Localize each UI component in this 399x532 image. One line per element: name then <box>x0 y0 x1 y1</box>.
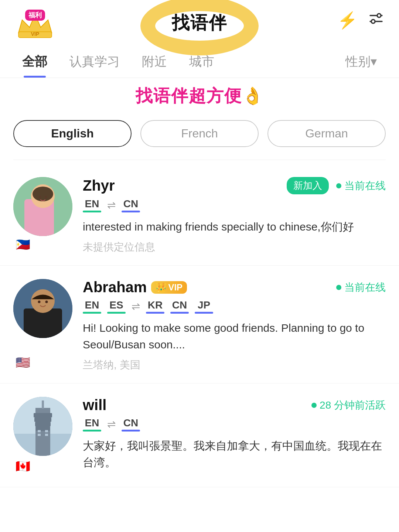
svg-point-17 <box>31 289 55 313</box>
lang-row-will: EN ⇌ CN <box>83 417 386 432</box>
lang-en-abraham: EN <box>83 299 101 314</box>
user-card-will[interactable]: 🇨🇦 will 28 分钟前活跃 EN ⇌ CN 大家好，我叫張景聖。我来自加拿… <box>0 383 399 487</box>
section-divider <box>13 160 386 160</box>
online-dot-zhyr <box>336 183 341 188</box>
user-info-abraham: Abraham 👑 VIP 当前在线 EN ES ⇌ KR <box>83 279 386 372</box>
svg-rect-29 <box>45 430 48 432</box>
avatar-will <box>13 397 72 456</box>
online-label-zhyr: 当前在线 <box>344 179 386 193</box>
svg-point-8 <box>371 20 375 23</box>
user-info-will: will 28 分钟前活跃 EN ⇌ CN 大家好，我叫張景聖。我来自加拿大，有… <box>83 397 386 476</box>
username-will: will <box>83 397 106 413</box>
location-zhyr: 未提供定位信息 <box>83 240 386 254</box>
user-card-abraham[interactable]: 🇺🇸 Abraham 👑 VIP 当前在线 EN ES <box>0 266 399 383</box>
svg-point-18 <box>38 301 41 303</box>
svg-point-14 <box>45 196 47 198</box>
online-status-abraham: 当前在线 <box>336 280 386 294</box>
page-title: 找语伴 <box>172 11 227 35</box>
lang-kr-abraham: KR <box>146 299 164 314</box>
avatar-abraham <box>13 279 72 338</box>
tab-gender[interactable]: 性别▾ <box>334 46 388 78</box>
promo-banner: 找语伴超方便👌 <box>0 78 399 111</box>
tab-city[interactable]: 城市 <box>178 46 225 78</box>
lang-jp-abraham: JP <box>195 299 213 314</box>
arrow-icon-zhyr: ⇌ <box>107 199 116 211</box>
svg-rect-30 <box>38 434 41 436</box>
name-row-abraham: Abraham 👑 VIP 当前在线 <box>83 279 386 296</box>
avatar-wrap-will: 🇨🇦 <box>13 397 72 476</box>
lang-filter-german[interactable]: German <box>267 120 386 147</box>
arrow-icon-will: ⇌ <box>107 418 116 430</box>
online-label-will: 28 分钟前活跃 <box>320 398 386 412</box>
online-label-abraham: 当前在线 <box>344 280 386 294</box>
tab-all[interactable]: 全部 <box>11 46 58 78</box>
bio-abraham: Hi! Looking to make some good friends. P… <box>83 320 386 353</box>
lang-cn-zhyr: CN <box>122 198 140 212</box>
arrow-icon-abraham: ⇌ <box>132 300 140 313</box>
lang-row-zhyr: EN ⇌ CN <box>83 198 386 212</box>
lang-row-abraham: EN ES ⇌ KR CN JP <box>83 299 386 314</box>
lang-filter-french[interactable]: French <box>140 120 259 147</box>
svg-text:福利: 福利 <box>28 11 42 19</box>
header-icons: ⚡ <box>337 10 384 30</box>
svg-rect-28 <box>38 430 41 432</box>
username-zhyr: Zhyr <box>83 177 115 194</box>
username-abraham: Abraham <box>83 279 147 296</box>
svg-rect-23 <box>34 413 52 417</box>
svg-point-6 <box>377 14 381 17</box>
lang-cn-abraham: CN <box>170 299 189 314</box>
name-row-will: will 28 分钟前活跃 <box>83 397 386 413</box>
bio-zhyr: interested in making friends specially t… <box>83 218 386 235</box>
avatar-zhyr <box>13 177 72 236</box>
vip-tag-abraham: 👑 VIP <box>151 281 187 294</box>
svg-point-19 <box>45 301 48 303</box>
svg-point-12 <box>33 187 53 201</box>
lang-filter-english[interactable]: English <box>13 120 132 147</box>
svg-rect-25 <box>35 422 51 426</box>
online-status-zhyr: 当前在线 <box>336 179 386 193</box>
online-dot-will <box>311 403 317 408</box>
svg-rect-31 <box>45 434 48 436</box>
svg-point-13 <box>39 196 41 198</box>
user-card-zhyr[interactable]: 🇵🇭 Zhyr 新加入 当前在线 EN ⇌ CN interest <box>0 164 399 266</box>
language-filters: English French German <box>0 111 399 156</box>
svg-rect-24 <box>34 417 51 422</box>
flag-zhyr: 🇵🇭 <box>15 236 31 253</box>
filter-icon[interactable] <box>368 10 384 30</box>
lang-en-will: EN <box>83 417 101 432</box>
flag-abraham: 🇺🇸 <box>15 354 31 371</box>
bio-will: 大家好，我叫張景聖。我来自加拿大，有中国血统。我现在在台湾。 <box>83 437 386 471</box>
lang-es-abraham: ES <box>107 299 126 314</box>
avatar-wrap-abraham: 🇺🇸 <box>13 279 72 372</box>
vip-badge[interactable]: 福利 VIP <box>15 9 55 38</box>
user-info-zhyr: Zhyr 新加入 当前在线 EN ⇌ CN interested in maki… <box>83 177 386 254</box>
new-badge-zhyr: 新加入 <box>287 177 329 194</box>
online-status-will: 28 分钟前活跃 <box>311 398 386 412</box>
tab-serious[interactable]: 认真学习 <box>58 46 131 78</box>
crown-icon: 👑 <box>156 282 167 293</box>
svg-text:VIP: VIP <box>31 31 40 37</box>
location-abraham: 兰塔纳, 美国 <box>83 358 386 372</box>
tabs-container: 全部 认真学习 附近 城市 性别▾ <box>0 46 399 78</box>
tab-nearby[interactable]: 附近 <box>131 46 178 78</box>
header: 福利 VIP 找语伴 ⚡ <box>0 0 399 42</box>
lightning-icon[interactable]: ⚡ <box>337 11 358 30</box>
avatar-wrap-zhyr: 🇵🇭 <box>13 177 72 254</box>
online-dot-abraham <box>336 285 341 290</box>
name-row-zhyr: Zhyr 新加入 当前在线 <box>83 177 386 194</box>
lang-en-zhyr: EN <box>83 198 101 212</box>
lang-cn-will: CN <box>122 417 140 432</box>
flag-will: 🇨🇦 <box>15 458 31 474</box>
